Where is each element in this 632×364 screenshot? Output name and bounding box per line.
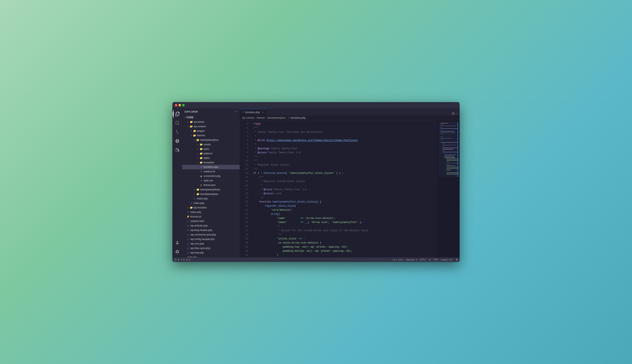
- tree-arrow-ttw: ▸: [193, 192, 196, 196]
- svg-line-1: [178, 124, 179, 124]
- maximize-button[interactable]: [182, 104, 185, 106]
- folder-icon-themes: 📂: [193, 134, 196, 137]
- tree-arrow-patterns: ▸: [196, 152, 199, 155]
- tree-item-screenshot-png[interactable]: ▸ ▣ screenshot.png: [182, 174, 240, 178]
- tree-item-wp-blog-header[interactable]: ▸ ⬡ wp-blog-header.php: [182, 228, 240, 232]
- tree-item-wp-content[interactable]: ▾ 📂 wp-content: [182, 124, 240, 129]
- account-activity-icon[interactable]: [173, 238, 181, 247]
- code-line-31: */: [250, 232, 437, 237]
- tree-item-readme-html[interactable]: ▸ ◇ readme.html: [182, 219, 240, 224]
- tree-item-readme-txt[interactable]: ▸ ⓘ readme.txt: [182, 169, 240, 174]
- tree-item-wp-activate[interactable]: ▸ ⬡ wp-activate.php: [182, 224, 240, 228]
- tree-item-index-php-content[interactable]: ▸ ⬡ index.php: [182, 201, 240, 205]
- status-warnings[interactable]: ⚠ 0: [186, 258, 190, 261]
- file-icon-functions-php: ⬡: [199, 166, 203, 169]
- extensions-activity-icon[interactable]: [173, 146, 181, 154]
- tree-item-index-php-root[interactable]: ▸ ⬡ index.php: [182, 210, 240, 214]
- file-icon-theme-json: {}: [199, 184, 203, 187]
- status-layout[interactable]: Layout: U.S.: [441, 258, 453, 261]
- editor-more-button[interactable]: ···: [455, 112, 458, 116]
- tab-functions-php[interactable]: ⬡ functions.php ✕: [240, 109, 267, 116]
- tree-item-wp-links-opml[interactable]: ▸ ⬡ wp-links-opml.php: [182, 246, 240, 250]
- language-label: PHP: [434, 258, 438, 261]
- file-icon-license-txt: 🔑: [186, 215, 190, 218]
- tree-arrow-assets: ▸: [196, 143, 199, 146]
- vscode-window: EXPLORER ··· ▾ CODE ▸ 📁 wp-admin ▾: [172, 102, 460, 262]
- tree-item-wp-includes[interactable]: ▸ 📁 wp-includes: [182, 205, 240, 210]
- breadcrumb-wp-content[interactable]: wp-content: [242, 116, 254, 119]
- tree-item-templates[interactable]: ▸ 📁 templates: [182, 160, 240, 165]
- code-line-12: * Register block styles.: [250, 163, 437, 167]
- tree-item-index-php-themes[interactable]: ▸ ⬡ index.php: [182, 196, 240, 201]
- tree-item-patterns[interactable]: ▸ 📁 patterns: [182, 151, 240, 156]
- tree-item-assets[interactable]: ▸ 📁 assets: [182, 142, 240, 147]
- activity-bar-bottom: [173, 238, 181, 256]
- tree-item-themes[interactable]: ▾ 📂 themes: [182, 133, 240, 138]
- sidebar-more-button[interactable]: ···: [234, 110, 237, 114]
- status-notifications[interactable]: [456, 258, 458, 261]
- code-line-16: /**: [250, 175, 437, 179]
- status-position[interactable]: Ln 1, Col 1: [392, 258, 403, 261]
- svg-rect-37: [439, 122, 458, 177]
- tree-item-theme-json[interactable]: ▸ {} theme.json: [182, 183, 240, 187]
- section-outline[interactable]: ▸ OUTLINE: [182, 255, 240, 258]
- tree-item-wp-load[interactable]: ▸ ⬡ wp-load.php: [182, 250, 240, 255]
- status-encoding[interactable]: UTF-8: [420, 258, 426, 261]
- tree-item-twentytwentyfour[interactable]: ▾ 📂 twentytwentyfour: [182, 138, 240, 142]
- code-line-19: * @since Twenty Twenty-Four 1.0: [250, 188, 437, 192]
- folder-icon-ttw: 📁: [196, 192, 199, 196]
- tree-label-index-php-root: index.php: [190, 211, 201, 214]
- status-errors[interactable]: ✕ 0: [180, 258, 184, 261]
- tree-item-functions-php[interactable]: ▸ ⬡ functions.php: [182, 165, 240, 169]
- folder-icon-wp-admin: 📁: [190, 120, 193, 124]
- explorer-activity-icon[interactable]: [173, 110, 181, 118]
- code-line-18: *: [250, 184, 437, 188]
- breadcrumb-twentytwentyfour[interactable]: twentytwentyfour: [267, 116, 286, 119]
- tree-item-plugins[interactable]: ▸ 📁 plugins: [182, 129, 240, 133]
- settings-activity-icon[interactable]: [173, 248, 181, 256]
- editor-layout-button[interactable]: ⊞: [452, 112, 455, 116]
- status-bar: 0 ✕ 0 ⚠ 0 Ln 1, Col 1 Tab Size: 4 UTF-8 …: [172, 258, 460, 262]
- status-line-ending[interactable]: LF: [429, 258, 431, 261]
- breadcrumb-themes[interactable]: themes: [257, 116, 265, 119]
- folder-icon-ttf: 📂: [196, 138, 199, 142]
- tree-item-styles[interactable]: ▸ 📁 styles: [182, 156, 240, 160]
- folder-icon-wp-content: 📂: [190, 125, 193, 128]
- tree-arrow-wp-includes: ▸: [186, 206, 190, 209]
- traffic-lights: [175, 104, 185, 106]
- minimize-button[interactable]: [178, 104, 181, 106]
- tab-bar: ⬡ functions.php ✕ ⊞ ···: [240, 108, 460, 116]
- svg-point-0: [176, 121, 179, 124]
- status-tab-size[interactable]: Tab Size: 4: [406, 258, 417, 261]
- code-line-5: * @link https://developer.wordpress.org/…: [250, 138, 437, 142]
- status-remote-icon[interactable]: 0: [174, 258, 179, 261]
- breadcrumb-functions-php[interactable]: functions.php: [291, 116, 305, 119]
- tree-item-wp-admin[interactable]: ▸ 📁 wp-admin: [182, 120, 240, 124]
- tree-item-parts[interactable]: ▸ 📁 parts: [182, 147, 240, 151]
- tree-item-wp-config-sample[interactable]: ▸ ⬡ wp-config-sample.php: [182, 237, 240, 242]
- encoding-label: UTF-8: [420, 258, 426, 261]
- code-editor[interactable]: <?php /** * Twenty Twenty-Four functions…: [250, 120, 437, 258]
- tree-arrow-parts: ▸: [196, 147, 199, 151]
- tab-close-button[interactable]: ✕: [261, 111, 264, 114]
- tree-item-wp-cron[interactable]: ▸ ⬡ wp-cron.php: [182, 242, 240, 246]
- tree-item-style-css[interactable]: ▸ # style.css: [182, 178, 240, 183]
- code-line-1: <?php: [250, 122, 437, 126]
- tree-item-code[interactable]: ▾ CODE: [182, 115, 240, 120]
- tree-label-tts: twentytwentythree: [200, 188, 220, 191]
- status-language[interactable]: PHP: [434, 258, 438, 261]
- tree-item-license-txt[interactable]: ▸ 🔑 license.txt: [182, 214, 240, 219]
- code-line-22: function twentytwentyfour_block_styles()…: [250, 200, 437, 204]
- source-control-activity-icon[interactable]: [173, 128, 181, 136]
- tree-label-theme-json: theme.json: [203, 184, 216, 186]
- folder-icon-patterns: 📁: [199, 152, 203, 155]
- status-remote-label: 0: [178, 258, 179, 261]
- tree-item-wp-comments-post[interactable]: ▸ ⬡ wp-comments-post.php: [182, 232, 240, 237]
- run-debug-activity-icon[interactable]: [173, 137, 181, 145]
- close-button[interactable]: [175, 104, 177, 106]
- tree-item-ttw[interactable]: ▸ 📁 twentytwentytwo: [182, 192, 240, 196]
- tree-label-assets: assets: [203, 143, 211, 146]
- tree-item-tts[interactable]: ▸ 📁 twentytwentythree: [182, 187, 240, 192]
- search-activity-icon[interactable]: [173, 119, 181, 127]
- title-bar: [172, 102, 460, 108]
